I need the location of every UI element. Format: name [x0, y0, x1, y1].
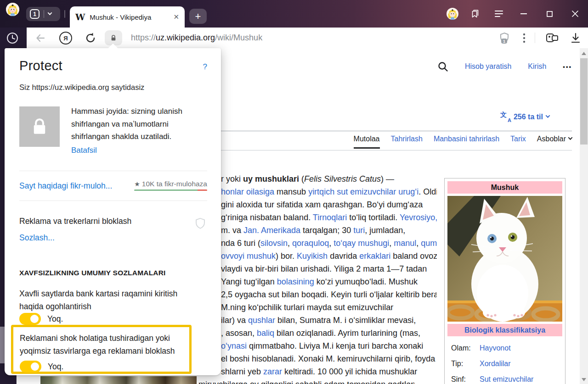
toggle-state-label: Yoq.: [47, 314, 63, 324]
star-icon: ★: [134, 180, 140, 188]
back-arrow-icon[interactable]: [35, 33, 46, 44]
wiki-link[interactable]: qum: [421, 239, 437, 248]
wiki-link[interactable]: baliq: [257, 328, 274, 338]
more-options-icon[interactable]: •••: [563, 63, 572, 70]
toggle-state-label: Yoq.: [48, 362, 63, 372]
wiki-link[interactable]: yirtqich sut emizuvchilar urugʻi: [308, 187, 418, 196]
text-segment: , asosan,: [221, 328, 257, 338]
menu-hamburger-icon[interactable]: [487, 0, 511, 28]
help-link[interactable]: ?: [203, 62, 207, 72]
yandex-logo-icon[interactable]: Я: [59, 32, 72, 45]
refresh-icon[interactable]: [85, 32, 96, 44]
tab-tahrirlash[interactable]: Tahrirlash: [391, 135, 423, 147]
maximize-button[interactable]: [537, 0, 562, 28]
wiki-link[interactable]: Kuyikish: [297, 251, 328, 261]
article-text-line: gini aloxida tur sifatida xam qarashgan.…: [221, 198, 437, 211]
text-segment: M.ning koʻpchilik turlari mayda sut emiz…: [221, 303, 393, 312]
wiki-link[interactable]: erkaklari: [359, 251, 390, 261]
profile-avatar-right[interactable]: [442, 0, 463, 28]
bookmarks-icon[interactable]: [463, 0, 487, 28]
wiki-link[interactable]: Yevrosiyo,: [400, 213, 437, 222]
wiki-link[interactable]: zarar: [263, 367, 282, 376]
search-icon[interactable]: [437, 61, 448, 72]
infobox-row-value-link[interactable]: Xordalilar: [480, 360, 511, 368]
article-text-line: el boshi hisoblanadi. Xonaki M. kemiruvc…: [221, 352, 437, 365]
toggle-switch[interactable]: [19, 313, 41, 325]
text-segment: m. va: [221, 226, 243, 235]
adblock-shield-icon: [195, 217, 206, 231]
tab-manbasini-tahrirlash[interactable]: Manbasini tahrirlash: [434, 135, 499, 147]
tab-tarix[interactable]: Tarix: [510, 135, 526, 147]
wiki-link[interactable]: silovsin: [260, 239, 288, 248]
divider: [19, 171, 207, 171]
minimize-button[interactable]: [511, 0, 537, 28]
infobox-section-header: Biologik klassifikatsiya: [447, 324, 562, 336]
tab-counter[interactable]: 1: [26, 7, 60, 21]
wiki-link[interactable]: manul: [394, 239, 416, 248]
wiki-link[interactable]: turi: [353, 226, 365, 235]
scroll-up-arrow[interactable]: [582, 52, 586, 55]
login-link[interactable]: Kirish: [528, 62, 546, 71]
wikipedia-favicon: W: [75, 12, 85, 22]
close-window-button[interactable]: [562, 0, 588, 28]
toggle-knob: [31, 362, 39, 371]
wiki-link[interactable]: Tirnoqlari: [313, 213, 347, 222]
text-segment: gini aloxida tur sifatida xam qarashgan.…: [221, 200, 423, 209]
text-segment: (: [299, 174, 304, 184]
address-bar[interactable]: https://uz.wikipedia.org/wiki/Mushuk: [131, 28, 262, 48]
wiki-header-links: Hisob yaratish Kirish •••: [437, 61, 572, 72]
tab-close-icon[interactable]: ✕: [173, 13, 179, 21]
protect-badge-count: 1: [503, 39, 505, 44]
site-lock-icon[interactable]: [105, 30, 122, 45]
profile-avatar[interactable]: [6, 3, 19, 16]
chevron-down-icon[interactable]: [48, 11, 52, 15]
history-clock-icon[interactable]: [6, 32, 18, 44]
wiki-link[interactable]: bolasining: [277, 277, 314, 286]
language-selector[interactable]: 文A 256 ta til: [500, 112, 549, 122]
kitten-photo[interactable]: [447, 196, 562, 322]
tab-asboblar[interactable]: Asboblar: [537, 135, 572, 147]
new-tab-button[interactable]: +: [189, 9, 207, 24]
text-segment: davrida: [328, 251, 359, 261]
extensions-icon[interactable]: [545, 31, 560, 45]
infobox-row-value-link[interactable]: Hayvonot: [480, 344, 511, 352]
protect-shield-icon[interactable]: 1: [498, 31, 511, 45]
wiki-link[interactable]: qushlar: [248, 316, 275, 325]
wiki-link[interactable]: oʻynasi: [221, 341, 247, 351]
infobox-row-value-link[interactable]: Sut emizuvchilar: [480, 375, 533, 384]
tab-mutolaa[interactable]: Mutolaa: [354, 135, 380, 149]
text-segment: ,: [416, 239, 421, 248]
downloads-icon[interactable]: [570, 32, 582, 44]
text-segment: ,: [288, 239, 292, 248]
create-account-link[interactable]: Hisob yaratish: [465, 62, 511, 71]
wiki-link[interactable]: honlar oilasiga: [221, 187, 274, 196]
page-scrollbar[interactable]: [580, 48, 588, 384]
text-segment: ilar) va: [221, 316, 248, 325]
article-text-line: r yoki uy mushuklari (Felis Silvestris C…: [221, 173, 437, 185]
wiki-link[interactable]: ovvoyi mushuk: [221, 251, 276, 261]
article-text-line: Yangi tugʻilgan bolasining koʻzi yumuqbo…: [221, 275, 437, 288]
infobox-row-label: Olam:: [451, 344, 480, 352]
chevron-down-icon: [568, 135, 573, 140]
language-count: 256 ta til: [514, 113, 543, 121]
toggle-switch[interactable]: [20, 361, 41, 373]
configure-link[interactable]: Sozlash...: [19, 233, 55, 243]
infobox-title: Mushuk: [447, 181, 562, 194]
article-text-line: 2,5 oygacha sut bilan boqadi. Keyin turl…: [221, 288, 437, 301]
scroll-down-arrow[interactable]: [582, 378, 586, 381]
kebab-menu-icon[interactable]: [519, 32, 529, 45]
infobox-row-label: Tip:: [451, 360, 480, 368]
wiki-link[interactable]: Jan. Amerikada: [243, 226, 300, 235]
text-segment: ) bor.: [276, 251, 297, 261]
infobox-rows: Olam:HayvonotTip:XordalilarSinf:Sut emiz…: [447, 336, 562, 384]
details-link[interactable]: Batafsil: [71, 146, 97, 155]
article-text-line: shlarni yeb zarar keltiradi. 10 000 yil …: [221, 365, 437, 378]
scrollbar-thumb[interactable]: [580, 58, 588, 145]
wiki-link[interactable]: toʻqay mushugi: [334, 239, 389, 248]
text-segment: mansub: [274, 187, 308, 196]
site-feedback-link[interactable]: Sayt haqidagi fikr-muloh...: [19, 181, 112, 191]
panel-title: Protect: [19, 58, 62, 73]
wiki-link[interactable]: qoraquloq: [292, 239, 329, 248]
setting-shock-ads-label: Reklamani shok holatiga tushiradigan yok…: [20, 332, 184, 357]
browser-tab-active[interactable]: W Mushuk - Vikipediya ✕: [70, 6, 185, 28]
